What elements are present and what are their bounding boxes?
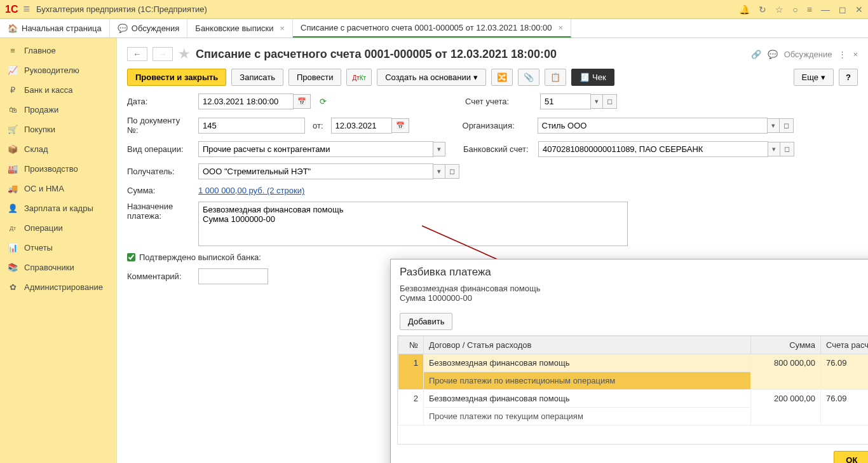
open-icon[interactable]: ◻ xyxy=(780,142,794,156)
sidebar-item-hr[interactable]: 👤Зарплата и кадры xyxy=(0,198,116,218)
split-table[interactable]: № Договор / Статья расходов Сумма Счета … xyxy=(397,335,868,445)
dropdown-icon[interactable]: ▾ xyxy=(591,94,603,109)
dtkt-button[interactable]: ДтКт xyxy=(346,69,372,86)
box-icon: 📦 xyxy=(8,144,18,154)
sidebar-item-directories[interactable]: 📚Справочники xyxy=(0,258,116,277)
date-input[interactable] xyxy=(198,93,294,109)
list-button[interactable]: 📋 xyxy=(545,69,566,86)
calendar-icon[interactable]: 📅 xyxy=(392,118,409,133)
tab-close-icon[interactable]: × xyxy=(280,24,285,33)
sidebar-item-assets[interactable]: 🚚ОС и НМА xyxy=(0,179,116,198)
filter-icon[interactable]: ≡ xyxy=(807,4,812,15)
th-sum[interactable]: Сумма xyxy=(751,336,821,354)
chart-icon: 📈 xyxy=(8,66,18,75)
dropdown-icon[interactable]: ▾ xyxy=(768,142,780,156)
post-button[interactable]: Провести xyxy=(288,69,342,86)
open-icon[interactable]: ◻ xyxy=(603,94,617,109)
structure-button[interactable]: 🔀 xyxy=(491,69,513,86)
window-title: Бухгалтерия предприятия (1С:Предприятие) xyxy=(36,4,739,14)
person-icon: 👤 xyxy=(8,204,18,213)
recipient-input[interactable] xyxy=(198,163,433,179)
sidebar-item-production[interactable]: 🏭Производство xyxy=(0,159,116,179)
open-icon[interactable]: ◻ xyxy=(780,118,794,133)
cell-acct: 76.09 xyxy=(821,390,869,425)
tabs-bar: 🏠 Начальная страница 💬 Обсуждения Банков… xyxy=(0,19,868,38)
titlebar: 1C ≡ Бухгалтерия предприятия (1С:Предпри… xyxy=(0,0,868,19)
optype-input[interactable] xyxy=(198,141,433,157)
receipt-button[interactable]: 🧾Чек xyxy=(571,69,614,86)
sidebar-item-operations[interactable]: ДтОперации xyxy=(0,218,116,238)
confirmed-checkbox[interactable] xyxy=(127,253,135,261)
close-icon[interactable]: ✕ xyxy=(855,4,863,15)
sum-label: Сумма: xyxy=(127,186,193,195)
sidebar-label: ОС и НМА xyxy=(24,184,64,193)
popup-title: Разбивка платежа xyxy=(400,266,868,279)
comment-input[interactable] xyxy=(198,268,268,284)
save-button[interactable]: Записать xyxy=(231,69,283,86)
tab-home[interactable]: 🏠 Начальная страница xyxy=(0,19,110,38)
more-button[interactable]: Еще ▾ xyxy=(794,69,834,86)
dropdown-icon[interactable]: ▾ xyxy=(433,164,445,179)
sidebar-item-manager[interactable]: 📈Руководителю xyxy=(0,60,116,80)
open-icon[interactable]: ◻ xyxy=(445,164,459,179)
calendar-icon[interactable]: 📅 xyxy=(294,94,311,109)
table-row[interactable]: 2 Безвозмездная финансовая помощь 200 00… xyxy=(398,390,869,408)
refresh-icon[interactable]: ⟳ xyxy=(320,97,327,106)
maximize-icon[interactable]: ◻ xyxy=(839,4,846,15)
tab-close-icon[interactable]: × xyxy=(558,23,563,32)
from-label: от: xyxy=(313,121,323,130)
minimize-icon[interactable]: — xyxy=(821,4,830,15)
sidebar-label: Покупки xyxy=(24,125,55,134)
sidebar-item-bank[interactable]: ₽Банк и касса xyxy=(0,80,116,100)
more-vert-icon[interactable]: ⋮ xyxy=(838,50,846,59)
dropdown-icon[interactable]: ▾ xyxy=(768,118,780,133)
bankacct-input[interactable] xyxy=(538,141,768,157)
history-icon[interactable]: ↻ xyxy=(759,4,766,15)
create-based-button[interactable]: Создать на основании ▾ xyxy=(377,69,486,86)
favorite-star-icon[interactable]: ★ xyxy=(178,46,191,62)
cell-num: 1 xyxy=(398,354,424,390)
circle-icon[interactable]: ○ xyxy=(792,4,797,15)
from-date-input[interactable] xyxy=(331,118,392,134)
sidebar-item-reports[interactable]: 📊Отчеты xyxy=(0,238,116,258)
org-label: Организация: xyxy=(463,121,532,130)
post-and-close-button[interactable]: Провести и закрыть xyxy=(127,69,226,86)
discussion-label[interactable]: Обсуждение xyxy=(784,50,832,59)
nav-back-button[interactable]: ← xyxy=(127,47,147,61)
discussion-icon[interactable]: 💬 xyxy=(768,50,778,59)
account-input[interactable] xyxy=(540,93,591,109)
sidebar-label: Руководителю xyxy=(24,66,79,75)
link-icon[interactable]: 🔗 xyxy=(751,50,761,59)
star-icon[interactable]: ☆ xyxy=(775,4,783,15)
sum-link[interactable]: 1 000 000,00 руб. (2 строки) xyxy=(198,186,304,195)
close-doc-icon[interactable]: × xyxy=(853,50,858,59)
tab-discussions[interactable]: 💬 Обсуждения xyxy=(110,19,188,38)
nav-forward-button[interactable]: → xyxy=(153,47,173,61)
sidebar-item-main[interactable]: ≡Главное xyxy=(0,41,116,60)
th-num[interactable]: № xyxy=(398,336,424,354)
sidebar-item-purchases[interactable]: 🛒Покупки xyxy=(0,120,116,139)
sidebar-item-sales[interactable]: 🛍Продажи xyxy=(0,100,116,120)
tab-document[interactable]: Списание с расчетного счета 0001-000005 … xyxy=(293,19,571,38)
main-menu-icon[interactable]: ≡ xyxy=(23,3,30,16)
sidebar-item-warehouse[interactable]: 📦Склад xyxy=(0,139,116,159)
sidebar-label: Склад xyxy=(24,144,48,154)
tab-label: Обсуждения xyxy=(132,24,180,33)
purpose-textarea[interactable] xyxy=(198,202,628,246)
cell-acct: 76.09 xyxy=(821,354,869,390)
cell-line1: Безвозмездная финансовая помощь xyxy=(424,390,751,408)
table-row[interactable]: 1 Безвозмездная финансовая помощь 800 00… xyxy=(398,354,869,372)
ok-button[interactable]: ОК xyxy=(834,451,868,463)
add-row-button[interactable]: Добавить xyxy=(400,313,452,330)
help-button[interactable]: ? xyxy=(839,69,858,86)
sidebar-item-admin[interactable]: ✿Администрирование xyxy=(0,277,116,297)
dropdown-icon[interactable]: ▾ xyxy=(433,142,445,156)
docnum-input[interactable] xyxy=(198,118,305,134)
org-input[interactable] xyxy=(538,118,768,134)
th-contract[interactable]: Договор / Статья расходов xyxy=(424,336,751,354)
th-account[interactable]: Счета расчетов xyxy=(821,336,869,354)
tab-bank-statements[interactable]: Банковские выписки × xyxy=(187,19,293,38)
bell-icon[interactable]: 🔔 xyxy=(739,4,750,15)
attach-button[interactable]: 📎 xyxy=(518,69,539,86)
cell-line2: Прочие платежи по инвестиционным операци… xyxy=(424,372,751,390)
